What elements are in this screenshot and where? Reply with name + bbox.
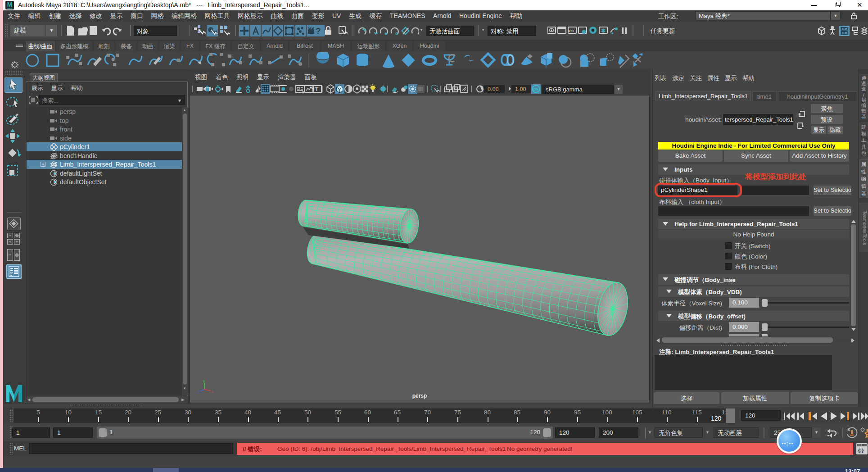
svg-text:ON: ON	[533, 87, 538, 91]
svg-text:T: T	[315, 86, 318, 92]
svg-text:IPR: IPR	[569, 29, 574, 32]
svg-text:y: y	[203, 379, 205, 383]
svg-text:1.00: 1.00	[515, 86, 526, 92]
svg-text:0.00: 0.00	[488, 86, 498, 92]
svg-text:?: ?	[316, 26, 321, 36]
